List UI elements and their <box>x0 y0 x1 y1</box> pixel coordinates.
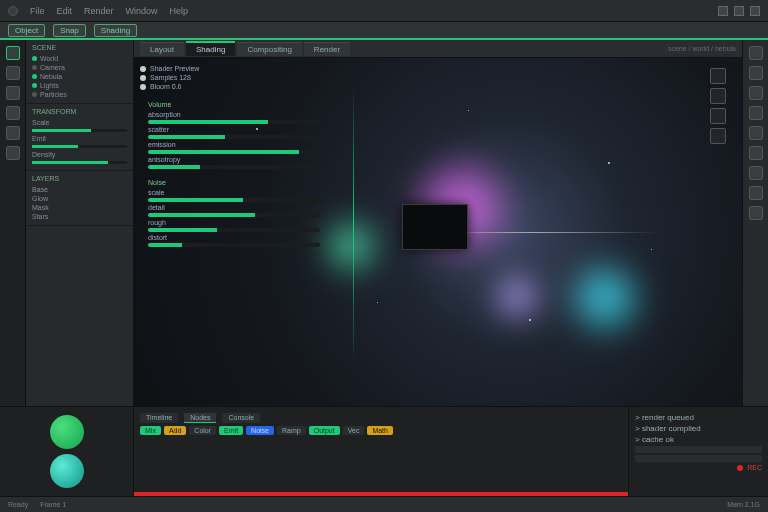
visibility-icon[interactable] <box>32 92 37 97</box>
close-icon[interactable] <box>750 6 760 16</box>
emission-slider[interactable] <box>148 150 320 154</box>
menubar: File Edit Render Window Help <box>0 0 768 22</box>
preview-sphere-green[interactable] <box>50 415 84 449</box>
dot-icon <box>140 75 146 81</box>
xray-icon[interactable] <box>710 108 726 124</box>
tab-console[interactable]: Console <box>222 413 260 423</box>
param-row: scale <box>148 188 320 197</box>
rotate-tool-icon[interactable] <box>6 86 20 100</box>
node-mix[interactable]: Mix <box>140 426 161 435</box>
outliner-item[interactable]: World <box>32 54 127 63</box>
tab-nodes[interactable]: Nodes <box>184 413 216 423</box>
maximize-icon[interactable] <box>734 6 744 16</box>
scatter-slider[interactable] <box>148 135 320 139</box>
move-tool-icon[interactable] <box>6 66 20 80</box>
object-props-icon[interactable] <box>749 126 763 140</box>
render-region[interactable] <box>402 204 468 250</box>
shading-icon[interactable] <box>710 128 726 144</box>
menu-render[interactable]: Render <box>84 6 114 16</box>
physics-props-icon[interactable] <box>749 186 763 200</box>
viewport[interactable]: Shader Preview Samples 128 Bloom 0.6 Vol… <box>134 58 742 406</box>
world-props-icon[interactable] <box>749 106 763 120</box>
node-noise[interactable]: Noise <box>246 426 274 435</box>
visibility-icon[interactable] <box>32 65 37 70</box>
select-tool-icon[interactable] <box>6 46 20 60</box>
visibility-icon[interactable] <box>32 83 37 88</box>
noise-distort-slider[interactable] <box>148 243 320 247</box>
tab-layout[interactable]: Layout <box>140 42 184 56</box>
menu-help[interactable]: Help <box>170 6 189 16</box>
window-controls <box>718 6 760 16</box>
node-output[interactable]: Output <box>309 426 340 435</box>
layer-row[interactable]: Stars <box>32 212 127 221</box>
noise-scale-slider[interactable] <box>148 198 320 202</box>
overlay-stats: Shader Preview Samples 128 Bloom 0.6 Vol… <box>140 64 320 248</box>
tab-compositing[interactable]: Compositing <box>237 42 301 56</box>
shading-select[interactable]: Shading <box>94 24 137 37</box>
node-vec[interactable]: Vec <box>343 426 365 435</box>
render-props-icon[interactable] <box>749 46 763 60</box>
visibility-icon[interactable] <box>32 56 37 61</box>
node-add[interactable]: Add <box>164 426 186 435</box>
measure-tool-icon[interactable] <box>6 146 20 160</box>
param-row: absorption <box>148 110 320 119</box>
noise-detail-slider[interactable] <box>148 213 320 217</box>
menu-window[interactable]: Window <box>126 6 158 16</box>
bottom-tabs: Timeline Nodes Console <box>140 413 622 423</box>
view-props-icon[interactable] <box>749 86 763 100</box>
scale-slider[interactable] <box>32 129 127 132</box>
node-editor[interactable]: Timeline Nodes Console Mix Add Color Emi… <box>134 407 628 496</box>
node-ramp[interactable]: Ramp <box>277 426 306 435</box>
modifier-props-icon[interactable] <box>749 146 763 160</box>
log-line: > shader compiled <box>635 424 762 433</box>
param-label: rough <box>148 219 166 226</box>
overlay-toggle-icon[interactable] <box>710 88 726 104</box>
outliner-item[interactable]: Nebula <box>32 72 127 81</box>
visibility-icon[interactable] <box>32 74 37 79</box>
overlay-label: Shader Preview <box>150 65 199 72</box>
menu-file[interactable]: File <box>30 6 45 16</box>
status-left: Ready <box>8 501 28 508</box>
node-emit[interactable]: Emit <box>219 426 243 435</box>
emit-slider[interactable] <box>32 145 127 148</box>
mode-select[interactable]: Object <box>8 24 45 37</box>
preview-sphere-cyan[interactable] <box>50 454 84 488</box>
params-header: Transform <box>32 108 127 115</box>
output-props-icon[interactable] <box>749 66 763 80</box>
tool-shelf <box>0 40 26 406</box>
annotate-tool-icon[interactable] <box>6 126 20 140</box>
layer-label: Mask <box>32 204 49 211</box>
properties-rail <box>742 40 768 406</box>
node-math[interactable]: Math <box>367 426 393 435</box>
tab-render[interactable]: Render <box>304 42 350 56</box>
aniso-slider[interactable] <box>148 165 320 169</box>
console-panel: > render queued > shader compiled > cach… <box>628 407 768 496</box>
scale-tool-icon[interactable] <box>6 106 20 120</box>
minimize-icon[interactable] <box>718 6 728 16</box>
outliner-item[interactable]: Camera <box>32 63 127 72</box>
outliner-item[interactable]: Particles <box>32 90 127 99</box>
density-slider[interactable] <box>32 161 127 164</box>
noise-rough-slider[interactable] <box>148 228 320 232</box>
material-props-icon[interactable] <box>749 206 763 220</box>
param-label: detail <box>148 204 165 211</box>
axis-vertical <box>353 86 354 364</box>
node-color[interactable]: Color <box>189 426 216 435</box>
particle-props-icon[interactable] <box>749 166 763 180</box>
layer-label: Base <box>32 186 48 193</box>
tab-shading[interactable]: Shading <box>186 41 235 56</box>
gizmo-icon[interactable] <box>710 68 726 84</box>
layer-row[interactable]: Glow <box>32 194 127 203</box>
outliner-item[interactable]: Lights <box>32 81 127 90</box>
layer-row[interactable]: Mask <box>32 203 127 212</box>
record-indicator[interactable]: REC <box>635 464 762 471</box>
snap-toggle[interactable]: Snap <box>53 24 86 37</box>
layer-row[interactable]: Base <box>32 185 127 194</box>
workspace-tabs: Layout Shading Compositing Render scene … <box>134 40 742 58</box>
absorption-slider[interactable] <box>148 120 320 124</box>
tab-timeline[interactable]: Timeline <box>140 413 178 423</box>
param-label: scatter <box>148 126 169 133</box>
list-item-label: Nebula <box>40 73 62 80</box>
param-label: absorption <box>148 111 181 118</box>
menu-edit[interactable]: Edit <box>57 6 73 16</box>
